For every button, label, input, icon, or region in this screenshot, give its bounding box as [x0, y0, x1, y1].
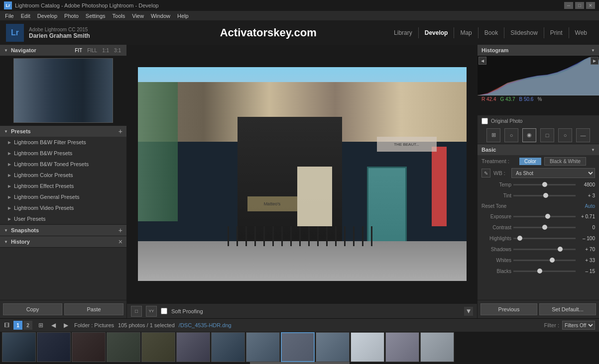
crop-tool-icon[interactable]: □: [131, 306, 142, 317]
menu-item-edit[interactable]: Edit: [18, 12, 33, 20]
fit-controls[interactable]: FIT FILL 1:1 3:1: [73, 47, 122, 54]
blacks-slider[interactable]: [513, 271, 576, 272]
film-thumb-4[interactable]: [107, 332, 140, 362]
minimize-button[interactable]: ─: [564, 2, 573, 9]
basic-header[interactable]: Basic ▼: [478, 144, 599, 155]
highlights-slider[interactable]: [513, 238, 576, 239]
film-thumb-9[interactable]: [281, 332, 315, 362]
tone-icon-dash[interactable]: —: [576, 128, 590, 142]
temp-slider[interactable]: [513, 184, 576, 185]
film-thumb-1[interactable]: [2, 332, 36, 362]
menu-item-tools[interactable]: Tools: [110, 12, 128, 20]
tone-icon-grid[interactable]: ⊞: [486, 128, 500, 142]
nav-tab-print[interactable]: Print: [544, 27, 569, 38]
histogram-header[interactable]: Histogram ▼: [478, 45, 599, 56]
set-default-button[interactable]: Set Default...: [539, 303, 596, 315]
film-thumb-5[interactable]: [141, 332, 175, 362]
navigator-header[interactable]: ▼ Navigator FIT FILL 1:1 3:1: [0, 45, 126, 56]
nav-tab-web[interactable]: Web: [569, 27, 593, 38]
fit-btn-fit[interactable]: FIT: [73, 47, 84, 54]
shadow-clipping-icon[interactable]: ◀: [479, 57, 486, 65]
tint-thumb[interactable]: [543, 193, 548, 198]
preset-item[interactable]: ▶Lightroom B&W Filter Presets: [0, 137, 126, 148]
shadows-thumb[interactable]: [558, 247, 563, 252]
auto-button[interactable]: Auto: [585, 203, 595, 209]
page-btn-1[interactable]: 1: [13, 321, 22, 330]
history-header[interactable]: ▼ History ×: [0, 236, 126, 247]
original-photo-checkbox[interactable]: [481, 118, 488, 124]
wb-select[interactable]: As Shot Auto Daylight Cloudy Custom: [511, 168, 595, 178]
filmstrip-icon[interactable]: 🎞: [4, 322, 9, 328]
tone-icon-circle2[interactable]: ○: [558, 128, 572, 142]
eyedropper-tool[interactable]: ✎: [481, 169, 490, 178]
filmstrip-scroll-thumb[interactable]: [250, 362, 350, 364]
soft-proofing-checkbox[interactable]: [161, 308, 167, 314]
tone-icon-circle[interactable]: ○: [504, 128, 518, 142]
filmstrip-scrollbar[interactable]: [0, 362, 599, 364]
menu-item-settings[interactable]: Settings: [83, 12, 109, 20]
close-button[interactable]: ✕: [586, 2, 595, 9]
film-thumb-10[interactable]: [316, 332, 350, 362]
film-thumb-12[interactable]: [385, 332, 419, 362]
shadows-slider[interactable]: [513, 249, 576, 250]
contrast-thumb[interactable]: [542, 225, 547, 230]
whites-thumb[interactable]: [550, 258, 555, 263]
preset-item[interactable]: ▶Lightroom B&W Presets: [0, 148, 126, 159]
exposure-thumb[interactable]: [545, 214, 550, 219]
snapshots-header[interactable]: ▼ Snapshots +: [0, 225, 126, 236]
nav-tab-library[interactable]: Library: [388, 27, 419, 38]
snapshots-add-button[interactable]: +: [119, 226, 122, 234]
exposure-slider[interactable]: [513, 216, 576, 217]
presets-header[interactable]: ▼ Presets +: [0, 126, 126, 137]
menu-item-file[interactable]: File: [2, 12, 17, 20]
page-btn-2[interactable]: 2: [23, 321, 32, 330]
history-close-button[interactable]: ×: [119, 238, 122, 246]
maximize-button[interactable]: □: [575, 2, 584, 9]
film-thumb-7[interactable]: [211, 332, 245, 362]
preset-item[interactable]: ▶User Presets: [0, 213, 126, 224]
film-thumb-2[interactable]: [37, 332, 71, 362]
preset-item[interactable]: ▶Lightroom General Presets: [0, 191, 126, 202]
blacks-thumb[interactable]: [537, 269, 542, 273]
next-arrow[interactable]: ▶: [62, 322, 70, 329]
nav-tab-slideshow[interactable]: Slideshow: [504, 27, 544, 38]
film-thumb-6[interactable]: [176, 332, 210, 362]
preset-item[interactable]: ▶Lightroom B&W Toned Presets: [0, 159, 126, 170]
window-controls[interactable]: ─ □ ✕: [564, 2, 595, 9]
film-thumb-11[interactable]: [351, 332, 384, 362]
nav-tab-develop[interactable]: Develop: [419, 27, 455, 38]
fit-btn-3-1[interactable]: 3:1: [113, 47, 122, 54]
tone-icon-rect[interactable]: □: [540, 128, 554, 142]
copy-button[interactable]: Copy: [3, 303, 62, 315]
contrast-slider[interactable]: [513, 227, 576, 228]
fit-btn-1-1[interactable]: 1:1: [101, 47, 111, 54]
temp-thumb[interactable]: [542, 182, 547, 187]
yy-tool[interactable]: YY: [146, 306, 157, 317]
film-thumb-3[interactable]: [72, 332, 106, 362]
menu-item-photo[interactable]: Photo: [61, 12, 82, 20]
grid-view-icon[interactable]: ⊞: [36, 322, 45, 329]
color-button[interactable]: Color: [519, 158, 541, 165]
whites-slider[interactable]: [513, 260, 576, 261]
previous-button[interactable]: Previous: [480, 303, 537, 315]
filter-select[interactable]: Filters Off Flagged Rated: [562, 321, 595, 330]
nav-tab-book[interactable]: Book: [479, 27, 504, 38]
menu-item-help[interactable]: Help: [174, 12, 192, 20]
menu-item-window[interactable]: Window: [148, 12, 173, 20]
highlight-clipping-icon[interactable]: ▶: [591, 57, 599, 65]
preset-item[interactable]: ▶Lightroom Color Presets: [0, 170, 126, 181]
file-name[interactable]: /DSC_4535-HDR.dng: [179, 322, 232, 328]
film-thumb-13[interactable]: [420, 332, 454, 362]
fit-btn-fill[interactable]: FILL: [86, 47, 99, 54]
toolbar-expand-button[interactable]: ▼: [464, 307, 473, 316]
tone-icon-target[interactable]: ◉: [522, 128, 536, 142]
menu-item-view[interactable]: View: [129, 12, 147, 20]
highlights-thumb[interactable]: [517, 236, 522, 241]
preset-item[interactable]: ▶Lightroom Effect Presets: [0, 181, 126, 191]
prev-arrow[interactable]: ◀: [49, 322, 58, 329]
menu-item-develop[interactable]: Develop: [34, 12, 60, 20]
tint-slider[interactable]: [513, 195, 576, 196]
film-thumb-8[interactable]: [246, 332, 280, 362]
paste-button[interactable]: Paste: [64, 303, 123, 315]
preset-item[interactable]: ▶Lightroom Video Presets: [0, 202, 126, 213]
